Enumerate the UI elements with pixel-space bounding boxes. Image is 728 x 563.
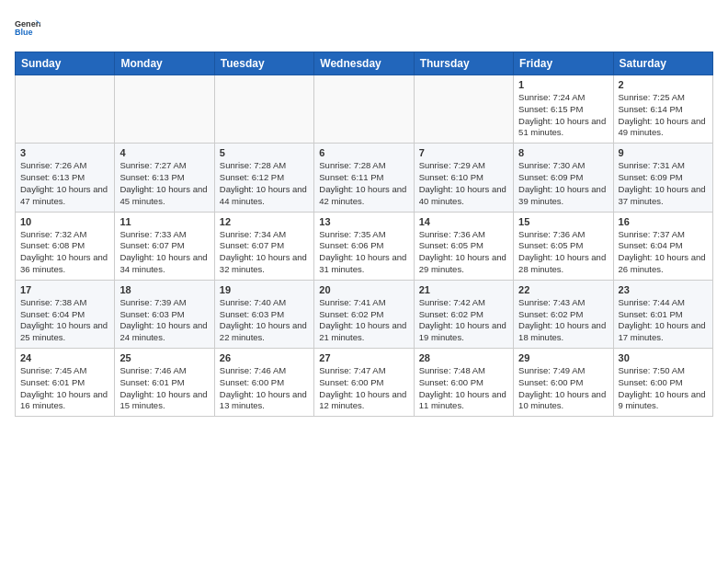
day-number: 25 — [119, 352, 209, 363]
day-info: Sunrise: 7:34 AMSunset: 6:07 PMDaylight:… — [220, 229, 309, 276]
calendar-cell: 21Sunrise: 7:42 AMSunset: 6:02 PMDayligh… — [414, 280, 513, 348]
calendar-cell: 2Sunrise: 7:25 AMSunset: 6:14 PMDaylight… — [613, 75, 712, 144]
calendar-week-1: 1Sunrise: 7:24 AMSunset: 6:15 PMDaylight… — [16, 75, 713, 144]
day-info: Sunrise: 7:32 AMSunset: 6:08 PMDaylight:… — [20, 229, 109, 276]
weekday-header-tuesday: Tuesday — [214, 52, 313, 75]
logo-icon: General Blue — [15, 15, 40, 40]
day-info: Sunrise: 7:49 AMSunset: 6:00 PMDaylight:… — [518, 365, 608, 412]
day-info: Sunrise: 7:43 AMSunset: 6:02 PMDaylight:… — [518, 297, 608, 344]
day-number: 12 — [220, 216, 309, 227]
day-number: 3 — [20, 147, 109, 158]
day-number: 5 — [220, 147, 309, 158]
calendar-cell: 30Sunrise: 7:50 AMSunset: 6:00 PMDayligh… — [613, 349, 712, 417]
calendar-week-2: 3Sunrise: 7:26 AMSunset: 6:13 PMDaylight… — [16, 144, 713, 212]
day-number: 27 — [319, 352, 408, 363]
calendar-cell — [314, 75, 414, 144]
day-number: 1 — [518, 79, 608, 90]
day-number: 8 — [518, 147, 608, 158]
calendar-cell: 15Sunrise: 7:36 AMSunset: 6:05 PMDayligh… — [514, 212, 613, 280]
calendar-cell: 23Sunrise: 7:44 AMSunset: 6:01 PMDayligh… — [613, 280, 712, 348]
calendar-cell: 26Sunrise: 7:46 AMSunset: 6:00 PMDayligh… — [214, 349, 313, 417]
calendar-cell: 24Sunrise: 7:45 AMSunset: 6:01 PMDayligh… — [16, 349, 115, 417]
svg-text:General: General — [15, 19, 40, 29]
calendar-cell: 5Sunrise: 7:28 AMSunset: 6:12 PMDaylight… — [214, 144, 313, 212]
calendar-cell: 10Sunrise: 7:32 AMSunset: 6:08 PMDayligh… — [16, 212, 115, 280]
weekday-header-friday: Friday — [514, 52, 613, 75]
calendar-cell: 8Sunrise: 7:30 AMSunset: 6:09 PMDaylight… — [514, 144, 613, 212]
calendar-cell: 20Sunrise: 7:41 AMSunset: 6:02 PMDayligh… — [314, 280, 414, 348]
day-info: Sunrise: 7:26 AMSunset: 6:13 PMDaylight:… — [20, 160, 109, 207]
calendar-cell: 27Sunrise: 7:47 AMSunset: 6:00 PMDayligh… — [314, 349, 414, 417]
weekday-header-thursday: Thursday — [414, 52, 513, 75]
calendar-cell — [115, 75, 214, 144]
calendar-cell: 29Sunrise: 7:49 AMSunset: 6:00 PMDayligh… — [514, 349, 613, 417]
day-info: Sunrise: 7:44 AMSunset: 6:01 PMDaylight:… — [619, 297, 708, 344]
weekday-header-saturday: Saturday — [613, 52, 712, 75]
calendar-cell: 9Sunrise: 7:31 AMSunset: 6:09 PMDaylight… — [613, 144, 712, 212]
day-info: Sunrise: 7:38 AMSunset: 6:04 PMDaylight:… — [20, 297, 109, 344]
calendar-cell: 19Sunrise: 7:40 AMSunset: 6:03 PMDayligh… — [214, 280, 313, 348]
calendar-cell — [214, 75, 313, 144]
calendar-header-row: SundayMondayTuesdayWednesdayThursdayFrid… — [16, 52, 713, 75]
day-number: 14 — [419, 216, 508, 227]
header: General Blue — [15, 15, 713, 40]
day-info: Sunrise: 7:47 AMSunset: 6:00 PMDaylight:… — [319, 365, 408, 412]
calendar-cell: 18Sunrise: 7:39 AMSunset: 6:03 PMDayligh… — [115, 280, 214, 348]
calendar-cell: 6Sunrise: 7:28 AMSunset: 6:11 PMDaylight… — [314, 144, 414, 212]
calendar-cell: 13Sunrise: 7:35 AMSunset: 6:06 PMDayligh… — [314, 212, 414, 280]
weekday-header-sunday: Sunday — [16, 52, 115, 75]
calendar: SundayMondayTuesdayWednesdayThursdayFrid… — [15, 52, 713, 417]
day-info: Sunrise: 7:28 AMSunset: 6:12 PMDaylight:… — [220, 160, 309, 207]
day-number: 17 — [20, 284, 109, 295]
day-number: 29 — [518, 352, 608, 363]
calendar-cell: 25Sunrise: 7:46 AMSunset: 6:01 PMDayligh… — [115, 349, 214, 417]
calendar-week-3: 10Sunrise: 7:32 AMSunset: 6:08 PMDayligh… — [16, 212, 713, 280]
calendar-cell: 11Sunrise: 7:33 AMSunset: 6:07 PMDayligh… — [115, 212, 214, 280]
day-number: 11 — [119, 216, 209, 227]
calendar-cell: 17Sunrise: 7:38 AMSunset: 6:04 PMDayligh… — [16, 280, 115, 348]
day-number: 7 — [419, 147, 508, 158]
logo: General Blue — [15, 15, 40, 40]
day-info: Sunrise: 7:35 AMSunset: 6:06 PMDaylight:… — [319, 229, 408, 276]
calendar-cell: 3Sunrise: 7:26 AMSunset: 6:13 PMDaylight… — [16, 144, 115, 212]
day-info: Sunrise: 7:36 AMSunset: 6:05 PMDaylight:… — [419, 229, 508, 276]
day-number: 28 — [419, 352, 508, 363]
day-number: 18 — [119, 284, 209, 295]
calendar-cell: 12Sunrise: 7:34 AMSunset: 6:07 PMDayligh… — [214, 212, 313, 280]
day-info: Sunrise: 7:45 AMSunset: 6:01 PMDaylight:… — [20, 365, 109, 412]
calendar-cell: 16Sunrise: 7:37 AMSunset: 6:04 PMDayligh… — [613, 212, 712, 280]
day-info: Sunrise: 7:36 AMSunset: 6:05 PMDaylight:… — [518, 229, 608, 276]
day-info: Sunrise: 7:48 AMSunset: 6:00 PMDaylight:… — [419, 365, 508, 412]
day-info: Sunrise: 7:46 AMSunset: 6:01 PMDaylight:… — [119, 365, 209, 412]
day-info: Sunrise: 7:29 AMSunset: 6:10 PMDaylight:… — [419, 160, 508, 207]
calendar-cell — [414, 75, 513, 144]
day-info: Sunrise: 7:42 AMSunset: 6:02 PMDaylight:… — [419, 297, 508, 344]
day-info: Sunrise: 7:41 AMSunset: 6:02 PMDaylight:… — [319, 297, 408, 344]
day-info: Sunrise: 7:30 AMSunset: 6:09 PMDaylight:… — [518, 160, 608, 207]
calendar-cell: 22Sunrise: 7:43 AMSunset: 6:02 PMDayligh… — [514, 280, 613, 348]
day-info: Sunrise: 7:24 AMSunset: 6:15 PMDaylight:… — [518, 92, 608, 139]
weekday-header-wednesday: Wednesday — [314, 52, 414, 75]
day-number: 19 — [220, 284, 309, 295]
day-number: 16 — [619, 216, 708, 227]
calendar-cell: 7Sunrise: 7:29 AMSunset: 6:10 PMDaylight… — [414, 144, 513, 212]
calendar-week-4: 17Sunrise: 7:38 AMSunset: 6:04 PMDayligh… — [16, 280, 713, 348]
day-number: 30 — [619, 352, 708, 363]
day-number: 15 — [518, 216, 608, 227]
day-number: 21 — [419, 284, 508, 295]
svg-text:Blue: Blue — [15, 28, 33, 37]
day-number: 4 — [119, 147, 209, 158]
day-info: Sunrise: 7:50 AMSunset: 6:00 PMDaylight:… — [619, 365, 708, 412]
day-number: 20 — [319, 284, 408, 295]
calendar-cell: 28Sunrise: 7:48 AMSunset: 6:00 PMDayligh… — [414, 349, 513, 417]
day-info: Sunrise: 7:46 AMSunset: 6:00 PMDaylight:… — [220, 365, 309, 412]
page: General Blue SundayMondayTuesdayWednesda… — [0, 0, 728, 426]
calendar-cell: 14Sunrise: 7:36 AMSunset: 6:05 PMDayligh… — [414, 212, 513, 280]
day-number: 22 — [518, 284, 608, 295]
calendar-week-5: 24Sunrise: 7:45 AMSunset: 6:01 PMDayligh… — [16, 349, 713, 417]
day-info: Sunrise: 7:39 AMSunset: 6:03 PMDaylight:… — [119, 297, 209, 344]
day-info: Sunrise: 7:28 AMSunset: 6:11 PMDaylight:… — [319, 160, 408, 207]
day-number: 24 — [20, 352, 109, 363]
day-info: Sunrise: 7:31 AMSunset: 6:09 PMDaylight:… — [619, 160, 708, 207]
day-number: 23 — [619, 284, 708, 295]
